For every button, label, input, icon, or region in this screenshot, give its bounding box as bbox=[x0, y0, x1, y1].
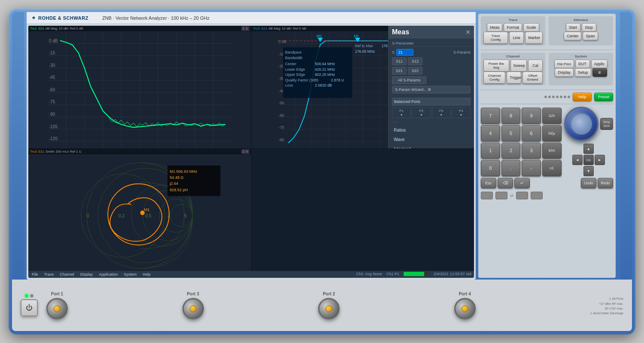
cal-button[interactable]: Cal bbox=[528, 60, 543, 72]
num-8[interactable]: 8 bbox=[501, 108, 521, 124]
num-minus[interactable]: - bbox=[522, 160, 541, 176]
trc1-nav[interactable]: 1 ∨ bbox=[241, 26, 249, 31]
menu-trace[interactable]: Trace bbox=[43, 272, 55, 277]
unit-x1[interactable]: x1 bbox=[542, 160, 562, 176]
meas-intermod[interactable]: Intermod bbox=[390, 144, 472, 148]
undo-button[interactable]: Undo bbox=[581, 178, 596, 188]
divider-2 bbox=[481, 90, 613, 90]
num-3[interactable]: 3 bbox=[522, 143, 541, 159]
s21-button[interactable]: S21 bbox=[392, 67, 407, 75]
help-button[interactable]: Help bbox=[573, 93, 592, 101]
nav-left[interactable]: ◄ bbox=[572, 155, 583, 165]
esc-button[interactable]: Esc bbox=[481, 178, 496, 188]
num-6[interactable]: 6 bbox=[522, 125, 541, 141]
dot-1 bbox=[544, 96, 547, 98]
menu-application[interactable]: Application bbox=[98, 272, 118, 277]
usb-port-4[interactable] bbox=[531, 192, 543, 199]
svg-text:-30: -30 bbox=[49, 63, 55, 68]
num-4[interactable]: 4 bbox=[481, 125, 500, 141]
meas-panel: Meas ✕ S-Parameter S bbox=[388, 26, 474, 148]
nav-ok[interactable]: OK bbox=[583, 155, 594, 165]
unit-km[interactable]: k/m bbox=[542, 143, 562, 159]
monitor-button[interactable]: 🖥 bbox=[592, 68, 607, 77]
unit-gn[interactable]: G/n bbox=[542, 108, 562, 124]
chart-panel-1: Trc1 S21 dB Mag 15 dB/ Ref 0 dB 1 ∨ bbox=[28, 26, 251, 148]
power-bw-avg-button[interactable]: Power Bw Avg bbox=[483, 60, 509, 72]
num-7[interactable]: 7 bbox=[481, 108, 500, 124]
channel-config-button[interactable]: Channel Config bbox=[483, 72, 505, 84]
applic-button[interactable]: Applic bbox=[591, 60, 608, 68]
enter-button[interactable]: ↵ bbox=[514, 178, 530, 188]
menu-help[interactable]: Help bbox=[142, 272, 152, 277]
num-1[interactable]: 1 bbox=[481, 143, 500, 159]
stop-button[interactable]: Stop bbox=[582, 23, 596, 32]
s22-button[interactable]: S22 bbox=[408, 67, 422, 75]
port-radio-p1[interactable]: P1 ● bbox=[392, 107, 411, 118]
num-9[interactable]: 9 bbox=[522, 108, 541, 124]
nav-empty-4 bbox=[595, 166, 605, 176]
num-5[interactable]: 5 bbox=[501, 125, 521, 141]
sweep-button[interactable]: Sweep bbox=[510, 60, 527, 72]
menu-display[interactable]: Display bbox=[79, 272, 94, 277]
menu-spacer bbox=[156, 272, 352, 277]
svg-text:M1: M1 bbox=[354, 34, 359, 38]
usb-port-2[interactable] bbox=[495, 192, 507, 199]
menu-channel[interactable]: Channel bbox=[59, 272, 75, 277]
s12-button[interactable]: S12 bbox=[408, 57, 422, 65]
power-button[interactable]: ⏻ bbox=[21, 299, 38, 316]
svg-text:426.21 MHz: 426.21 MHz bbox=[315, 67, 335, 72]
preset-button[interactable]: Preset bbox=[594, 93, 613, 101]
trigger-button[interactable]: Trigger bbox=[507, 72, 521, 84]
svg-text:j2.64: j2.64 bbox=[169, 181, 178, 186]
nav-down[interactable]: ▼ bbox=[583, 166, 594, 176]
display-button[interactable]: Display bbox=[555, 68, 574, 77]
bottom-section: ⏻ Port 1 Port 3 Port 2 Port 4 bbox=[12, 280, 632, 331]
meas-ratios[interactable]: Ratios bbox=[390, 126, 472, 135]
num-2[interactable]: 2 bbox=[501, 143, 521, 159]
sparams-wizard-button[interactable]: S-Param Wizard... ⚙ bbox=[392, 86, 471, 93]
meas-close-button[interactable]: ✕ bbox=[465, 29, 471, 36]
meas-button[interactable]: Meas bbox=[487, 23, 502, 32]
file-print-button[interactable]: File Print bbox=[554, 60, 574, 68]
center-button[interactable]: Center bbox=[564, 32, 581, 40]
marker-button[interactable]: Marker bbox=[525, 32, 543, 44]
usb-port-1[interactable] bbox=[481, 192, 493, 199]
balanced-ports-title: Balanced Ports bbox=[392, 98, 471, 105]
all-sparams-button[interactable]: All S-Params bbox=[392, 76, 426, 84]
menu-file[interactable]: File bbox=[31, 272, 39, 277]
unit-mu[interactable]: M/μ bbox=[542, 125, 562, 141]
trc2-label: Trc2 bbox=[253, 27, 260, 30]
backspace-button[interactable]: ⌫ bbox=[498, 178, 513, 188]
progress-fill bbox=[404, 272, 424, 276]
port-radio-p4[interactable]: P4 ● bbox=[452, 107, 471, 118]
start-button[interactable]: Start bbox=[566, 23, 580, 32]
step-size-button[interactable]: StepSize bbox=[600, 118, 613, 130]
scale-button[interactable]: Scale bbox=[523, 23, 539, 32]
num-dot[interactable]: . bbox=[501, 160, 521, 176]
trc3-nav[interactable]: 2 ∨ bbox=[241, 149, 249, 154]
dut-button[interactable]: DUT bbox=[575, 60, 590, 68]
main-knob[interactable] bbox=[564, 107, 598, 141]
sparams-input[interactable] bbox=[396, 49, 413, 56]
usb-port-3[interactable] bbox=[516, 192, 528, 199]
format-button[interactable]: Format bbox=[504, 23, 522, 32]
nav-up[interactable]: ▲ bbox=[583, 144, 594, 154]
center-section: ❖ ROHDE & SCHWARZ ZNB · Vector Network A… bbox=[27, 12, 476, 280]
span-button[interactable]: Span bbox=[583, 32, 598, 40]
datetime: 2/4/2021 11:55:57 AM bbox=[434, 272, 471, 277]
redo-button[interactable]: Redo bbox=[598, 178, 613, 188]
chart-3-svg: 0 0.2 0.5 2 5 bbox=[28, 154, 251, 271]
port-radio-p3[interactable]: P3 ● bbox=[432, 107, 451, 118]
trace-config-button[interactable]: Trace Config bbox=[483, 32, 508, 44]
num-0[interactable]: 0 bbox=[481, 160, 500, 176]
nav-empty-2 bbox=[595, 144, 605, 154]
menu-system[interactable]: System bbox=[123, 272, 137, 277]
port-radio-p2[interactable]: P2 ● bbox=[412, 107, 431, 118]
meas-wave[interactable]: Wave bbox=[390, 135, 472, 144]
offset-embed-button[interactable]: Offset Embed bbox=[522, 72, 543, 84]
s11-button[interactable]: S11 bbox=[392, 57, 407, 65]
setup-button[interactable]: Setup bbox=[575, 68, 591, 77]
line-button[interactable]: Line bbox=[509, 32, 524, 44]
nav-right[interactable]: ► bbox=[595, 155, 605, 165]
channel-group-title: Channel bbox=[483, 54, 543, 58]
